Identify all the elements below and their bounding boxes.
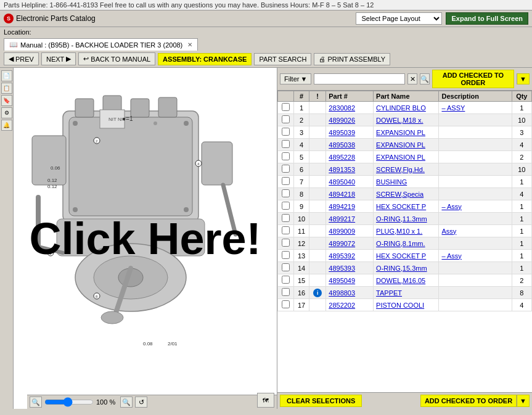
- prev-button[interactable]: ◀ PREV: [4, 52, 39, 65]
- row-part-name: PISTON COOLI: [374, 299, 439, 311]
- part-number-link[interactable]: 4898803: [329, 289, 355, 297]
- part-number-link[interactable]: 4895049: [329, 277, 355, 284]
- part-number-link[interactable]: 4894219: [329, 203, 355, 210]
- row-part-num: 4895228: [326, 151, 374, 163]
- filter-input[interactable]: [314, 73, 405, 84]
- add-checked-order-bottom-button[interactable]: ADD CHECKED TO ORDER: [420, 395, 517, 407]
- print-icon: 🖨: [319, 55, 325, 63]
- part-name-link[interactable]: SCREW,Flg.Hd.: [376, 166, 425, 173]
- row-checkbox[interactable]: [282, 103, 290, 111]
- row-checkbox[interactable]: [282, 263, 290, 271]
- part-number-link[interactable]: 2852202: [329, 302, 355, 309]
- row-checkbox[interactable]: [282, 214, 290, 222]
- part-number-link[interactable]: 4899072: [329, 240, 355, 247]
- add-checked-order-bottom-dropdown[interactable]: ▼: [517, 395, 530, 407]
- row-info-cell: [309, 262, 326, 274]
- part-number-link[interactable]: 4895039: [329, 129, 355, 136]
- row-num: 6: [294, 163, 309, 176]
- row-checkbox[interactable]: [282, 276, 290, 284]
- row-checkbox[interactable]: [282, 152, 290, 160]
- zoom-slider[interactable]: [44, 397, 94, 407]
- description-link[interactable]: – ASSY: [441, 104, 465, 112]
- part-name-link[interactable]: PISTON COOLI: [376, 302, 424, 309]
- row-checkbox[interactable]: [282, 300, 290, 308]
- part-search-label: PART SEARCH: [259, 55, 306, 63]
- row-num: 7: [294, 176, 309, 188]
- row-checkbox[interactable]: [282, 177, 290, 185]
- part-name-link[interactable]: HEX SOCKET P: [376, 203, 426, 210]
- part-name-link[interactable]: O-RING,15.3mm: [376, 265, 427, 272]
- location-label: Location:: [4, 28, 31, 36]
- part-name-link[interactable]: O-RING,11.3mm: [376, 215, 427, 223]
- part-name-link[interactable]: EXPANSION PL: [376, 141, 425, 149]
- next-button[interactable]: NEXT ▶: [41, 52, 76, 65]
- description-link[interactable]: – Assy: [441, 203, 461, 210]
- zoom-out-button[interactable]: 🔍: [30, 397, 42, 408]
- zoom-in-button[interactable]: 🔍: [120, 397, 133, 408]
- filter-clear-button[interactable]: ✕: [407, 73, 417, 84]
- map-view-button[interactable]: 🗺: [257, 393, 274, 408]
- part-number-link[interactable]: 4894218: [329, 191, 355, 198]
- table-row: 74895040BUSHING1: [278, 176, 532, 188]
- description-link[interactable]: – Assy: [441, 252, 461, 260]
- part-number-link[interactable]: 2830082: [329, 104, 355, 112]
- add-checked-to-order-button[interactable]: ADD CHECKED TO ORDER: [432, 70, 514, 88]
- part-name-link[interactable]: PLUG,M10 x 1.: [376, 228, 422, 235]
- add-checked-dropdown-button[interactable]: ▼: [517, 73, 530, 84]
- row-description: [439, 114, 512, 126]
- part-name-link[interactable]: HEX SOCKET P: [376, 252, 426, 260]
- side-icon-bookmark[interactable]: 🔖: [1, 95, 12, 106]
- part-number-link[interactable]: 4899217: [329, 215, 355, 223]
- part-number-link[interactable]: 4895393: [329, 265, 355, 272]
- manual-tab-close-icon[interactable]: ✕: [187, 41, 192, 48]
- assembly-crankcase-button[interactable]: ASSEMBLY: CRANKCASE: [158, 53, 252, 65]
- part-number-link[interactable]: 4899009: [329, 228, 355, 235]
- part-name-link[interactable]: O-RING,8.1mm.: [376, 240, 425, 247]
- row-checkbox[interactable]: [282, 251, 290, 259]
- filter-search-button[interactable]: 🔍: [420, 73, 430, 84]
- part-name-link[interactable]: SCREW,Specia: [376, 191, 424, 198]
- side-icon-clipboard[interactable]: 📋: [1, 83, 12, 94]
- app-logo-icon: S: [4, 14, 14, 23]
- part-name-link[interactable]: DOWEL,M18 x.: [376, 117, 423, 124]
- part-name-link[interactable]: CYLINDER BLO: [376, 104, 426, 112]
- filter-button[interactable]: Filter ▼: [280, 73, 311, 84]
- clear-selections-button[interactable]: CLEAR SELECTIONS: [280, 395, 362, 407]
- row-checkbox[interactable]: [282, 115, 290, 123]
- manual-tab[interactable]: 📖 Manual : (B95B) - BACKHOE LOADER TIER …: [4, 38, 198, 51]
- part-name-link[interactable]: EXPANSION PL: [376, 154, 425, 161]
- row-checkbox[interactable]: [282, 239, 290, 247]
- part-number-link[interactable]: 4899026: [329, 117, 355, 124]
- row-qty: 3: [512, 126, 531, 139]
- row-description: [439, 237, 512, 250]
- part-number-link[interactable]: 4891353: [329, 166, 355, 173]
- part-name-link[interactable]: DOWEL,M16.05: [376, 277, 425, 284]
- part-number-link[interactable]: 4895228: [329, 154, 355, 161]
- row-info-cell: i: [309, 287, 326, 299]
- side-icon-page[interactable]: 📄: [1, 70, 12, 81]
- row-checkbox[interactable]: [282, 140, 290, 148]
- part-name-link[interactable]: EXPANSION PL: [376, 129, 425, 136]
- row-checkbox[interactable]: [282, 165, 290, 173]
- row-info-cell: [309, 213, 326, 225]
- row-checkbox[interactable]: [282, 288, 290, 296]
- print-assembly-button[interactable]: 🖨 PRINT ASSEMBLY: [314, 53, 390, 65]
- part-number-link[interactable]: 4895038: [329, 141, 355, 149]
- row-checkbox[interactable]: [282, 128, 290, 136]
- zoom-reset-button[interactable]: ↺: [135, 397, 147, 408]
- part-number-link[interactable]: 4895040: [329, 178, 355, 186]
- row-checkbox[interactable]: [282, 226, 290, 234]
- row-checkbox[interactable]: [282, 202, 290, 210]
- side-icon-gear[interactable]: ⚙: [1, 107, 12, 118]
- description-link[interactable]: Assy: [441, 228, 456, 235]
- row-checkbox[interactable]: [282, 189, 290, 197]
- info-icon[interactable]: i: [313, 289, 322, 297]
- page-layout-select[interactable]: Select Page Layout: [356, 12, 442, 25]
- part-name-link[interactable]: BUSHING: [376, 178, 407, 186]
- part-name-link[interactable]: TAPPET: [376, 289, 402, 297]
- back-to-manual-button[interactable]: ↩ BACK TO MANUAL: [78, 52, 155, 65]
- side-icon-bell[interactable]: 🔔: [1, 120, 12, 131]
- part-number-link[interactable]: 4895392: [329, 252, 355, 260]
- expand-fullscreen-button[interactable]: Expand to Full Screen: [446, 12, 528, 25]
- part-search-button[interactable]: PART SEARCH: [254, 53, 311, 65]
